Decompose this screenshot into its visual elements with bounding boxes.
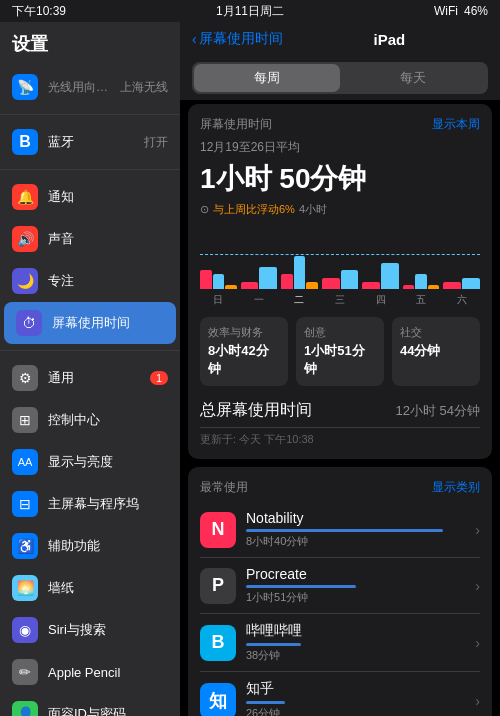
sidebar-item-general[interactable]: ⚙ 通用 1 [0,357,180,399]
segmented-control-container: 每周 每天 [180,56,500,100]
app-list: NNotability8小时40分钟›PProcreate1小时51分钟›B哔哩… [200,502,480,716]
applepencil-icon: ✏ [12,659,38,685]
app-list-item-2[interactable]: B哔哩哔哩38分钟› [200,614,480,672]
sidebar-item-focus[interactable]: 🌙 专注 [0,260,180,302]
sidebar-label-bluetooth: 蓝牙 [48,133,134,151]
usage-section: 屏幕使用时间 显示本周 12月19至26日平均 1小时 50分钟 ⊙ 与上周比浮… [188,104,492,459]
right-panel: ‹ 屏幕使用时间 iPad 每周 每天 屏幕使用时间 显示本周 12月19至26… [180,22,500,716]
compare-text: 与上周比浮动6% [213,202,295,217]
sidebar-item-wallpaper[interactable]: 🌅 墙纸 [0,567,180,609]
app-chevron-3: › [475,693,480,709]
app-list-item-3[interactable]: 知知乎26分钟› [200,672,480,716]
cat-name-productivity: 效率与财务 [208,325,280,340]
app-icon-0: N [200,512,236,548]
controlcenter-icon: ⊞ [12,407,38,433]
screentime-icon: ⏱ [16,310,42,336]
faceid-icon: 👤 [12,701,38,716]
sidebar-item-controlcenter[interactable]: ⊞ 控制中心 [0,399,180,441]
total-label: 总屏幕使用时间 [200,400,312,421]
sidebar-label-notification: 通知 [48,188,168,206]
chart-label-三: 三 [322,293,359,307]
app-chevron-0: › [475,522,480,538]
compare-sub: 4小时 [299,202,327,217]
bar-pink-2 [281,274,293,289]
app-usage-bar-3 [246,701,285,704]
sidebar-item-notification[interactable]: 🔔 通知 [0,176,180,218]
app-usage-bar-0 [246,529,443,532]
app-usage-bar-1 [246,585,356,588]
app-chevron-1: › [475,578,480,594]
bar-group-日[interactable] [200,227,237,289]
chart-label-二: 二 [281,293,318,307]
categories-row: 效率与财务 8小时42分钟 创意 1小时51分钟 社交 44分钟 [200,317,480,386]
general-badge: 1 [150,371,168,385]
app-list-item-0[interactable]: NNotability8小时40分钟› [200,502,480,558]
panel-header: ‹ 屏幕使用时间 iPad [180,22,500,56]
sidebar-item-display[interactable]: AA 显示与亮度 [0,441,180,483]
sidebar-value-wifi: 上海无线 [120,79,168,96]
sidebar-label-homescreen: 主屏幕与程序坞 [48,495,168,513]
bar-teal-4 [381,263,399,289]
bar-group-一[interactable] [241,227,278,289]
sidebar-item-applepencil[interactable]: ✏ Apple Pencil [0,651,180,693]
seg-btn-daily[interactable]: 每天 [340,64,486,92]
sidebar-item-sound[interactable]: 🔊 声音 [0,218,180,260]
usage-header-row: 屏幕使用时间 显示本周 [200,116,480,133]
bar-group-六[interactable] [443,227,480,289]
bars-container [200,227,480,289]
bar-teal-0 [213,274,225,289]
app-list-item-1[interactable]: PProcreate1小时51分钟› [200,558,480,614]
sidebar-item-homescreen[interactable]: ⊟ 主屏幕与程序坞 [0,483,180,525]
app-icon-1: P [200,568,236,604]
seg-btn-weekly[interactable]: 每周 [194,64,340,92]
total-row: 总屏幕使用时间 12小时 54分钟 [200,394,480,428]
sidebar-label-general: 通用 [48,369,140,387]
usage-bar-chart: 日一二三四五六 [200,227,480,307]
bar-group-三[interactable] [322,227,359,289]
sidebar-item-faceid[interactable]: 👤 面容ID与密码 [0,693,180,716]
sidebar-item-wifi[interactable]: 📡 光线用向… 上海无线 [0,66,180,108]
app-time-2: 38分钟 [246,648,465,663]
bar-teal-1 [259,267,277,289]
app-time-0: 8小时40分钟 [246,534,465,549]
cat-name-creative: 创意 [304,325,376,340]
usage-period: 12月19至26日平均 [200,139,480,156]
bar-group-四[interactable] [362,227,399,289]
sidebar-item-screentime[interactable]: ⏱ 屏幕使用时间 [4,302,176,344]
bar-orange-5 [428,285,440,289]
focus-icon: 🌙 [12,268,38,294]
chart-label-五: 五 [403,293,440,307]
show-categories-link[interactable]: 显示类别 [432,479,480,496]
cat-name-social: 社交 [400,325,472,340]
bar-orange-0 [225,285,237,289]
bar-teal-5 [415,274,427,289]
bar-group-五[interactable] [403,227,440,289]
bar-group-二[interactable] [281,227,318,289]
sidebar-label-faceid: 面容ID与密码 [48,705,168,716]
panel-back-button[interactable]: ‹ 屏幕使用时间 [192,30,283,48]
compare-icon: ⊙ [200,203,209,216]
sidebar-item-accessibility[interactable]: ♿ 辅助功能 [0,525,180,567]
app-info-1: Procreate1小时51分钟 [246,566,465,605]
category-item-creative: 创意 1小时51分钟 [296,317,384,386]
app-time-3: 26分钟 [246,706,465,716]
sidebar: 设置 📡 光线用向… 上海无线 B 蓝牙 打开 🔔 通知 🔊 [0,22,180,716]
sidebar-item-siri[interactable]: ◉ Siri与搜索 [0,609,180,651]
sidebar-label-accessibility: 辅助功能 [48,537,168,555]
app-info-2: 哔哩哔哩38分钟 [246,622,465,663]
sidebar-value-bluetooth: 打开 [144,134,168,151]
show-week-link[interactable]: 显示本周 [432,116,480,133]
most-used-label: 最常使用 [200,479,248,496]
cat-time-productivity: 8小时42分钟 [208,342,280,378]
notification-icon: 🔔 [12,184,38,210]
total-value: 12小时 54分钟 [395,402,480,420]
category-item-productivity: 效率与财务 8小时42分钟 [200,317,288,386]
display-icon: AA [12,449,38,475]
cat-time-social: 44分钟 [400,342,472,360]
sidebar-label-wifi: 光线用向… [48,79,110,96]
app-icon-3: 知 [200,683,236,717]
sidebar-item-bluetooth[interactable]: B 蓝牙 打开 [0,121,180,163]
chart-label-四: 四 [362,293,399,307]
chart-labels: 日一二三四五六 [200,293,480,307]
app-chevron-2: › [475,635,480,651]
